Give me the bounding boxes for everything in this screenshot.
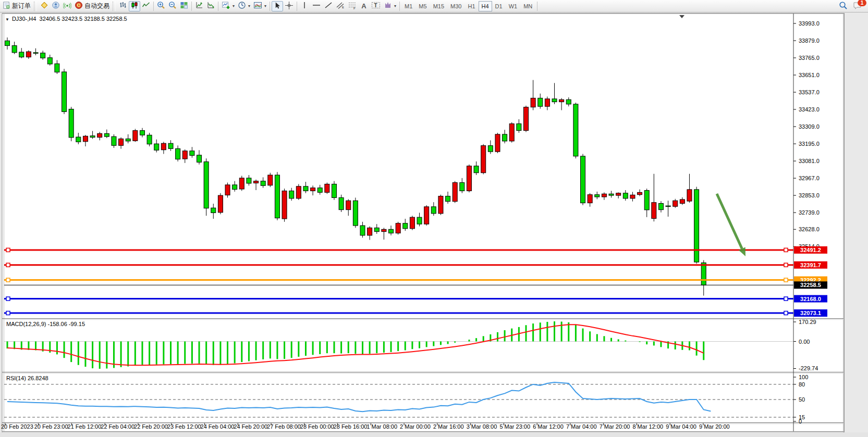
notification-badge: 1: [858, 0, 866, 6]
svg-text:170.29: 170.29: [799, 319, 816, 325]
svg-text:24 Feb 04:00: 24 Feb 04:00: [201, 423, 235, 430]
equidistant-channel-icon: E: [336, 1, 345, 11]
bar-chart-mode-button[interactable]: [117, 1, 129, 11]
fibonacci-icon: F: [348, 1, 357, 11]
timeframe-m1-button[interactable]: M1: [401, 1, 415, 11]
indicator-down-icon: [206, 1, 215, 11]
svg-text:9 Mar 20:00: 9 Mar 20:00: [699, 423, 730, 430]
new-order-icon: [3, 2, 10, 11]
timeframe-m30-button[interactable]: M30: [447, 1, 464, 11]
toolbar-separator: [537, 2, 537, 11]
market-watch-button[interactable]: [39, 1, 50, 11]
template-icon: [253, 1, 262, 11]
notifications-button[interactable]: 1: [851, 1, 864, 11]
timeframe-m5-button[interactable]: M5: [415, 1, 430, 11]
timeframe-m15-button[interactable]: M15: [430, 1, 447, 11]
svg-text:28 Feb 00:00: 28 Feb 00:00: [300, 423, 334, 430]
svg-text:7 Mar 04:00: 7 Mar 04:00: [566, 423, 597, 430]
chart-symbol-title[interactable]: ▼DJ30-,H4 32406.5 32423.5 32188.5 32258.…: [5, 16, 127, 22]
tile-windows-icon: [180, 1, 188, 11]
channel-tool-button[interactable]: E: [334, 1, 346, 11]
line-chart-icon: [142, 1, 150, 11]
window-bottom-strip: [0, 432, 868, 437]
svg-text:32073.1: 32073.1: [800, 310, 821, 316]
ohlc-values-label: 32406.5 32423.5 32188.5 32258.5: [40, 16, 127, 22]
toolbar-separator: [297, 2, 297, 11]
svg-text:22 Feb 04:00: 22 Feb 04:00: [101, 423, 135, 430]
hline-tool-button[interactable]: [310, 1, 323, 11]
search-button[interactable]: [837, 1, 849, 11]
timeframe-h4-button[interactable]: H4: [479, 1, 492, 11]
svg-text:33765.0: 33765.0: [799, 55, 820, 61]
dropdown-caret: ▾: [394, 4, 396, 8]
svg-text:33879.0: 33879.0: [799, 38, 820, 44]
chart-canvas[interactable]: 33993.033879.033765.033651.033537.033423…: [0, 0, 868, 437]
trendline-icon: [324, 1, 333, 11]
auto-trading-label: 自动交易: [84, 2, 109, 10]
add-indicator-button[interactable]: ▾: [220, 1, 236, 11]
svg-text:33309.0: 33309.0: [799, 123, 820, 130]
dropdown-caret: ▾: [264, 4, 266, 8]
line-chart-mode-button[interactable]: [140, 1, 152, 11]
cursor-tool-button[interactable]: [272, 1, 283, 11]
trendline-tool-button[interactable]: [323, 1, 334, 11]
timeframe-mn-button[interactable]: MN: [520, 1, 535, 11]
svg-text:22 Feb 20:00: 22 Feb 20:00: [134, 423, 168, 430]
main-toolbar: 新订单 自动交易 ▾ ▾ ▾ E F A T ▾ M1 M5 M15 M30 H…: [0, 0, 868, 13]
svg-text:20 Feb 23:00: 20 Feb 23:00: [34, 423, 68, 430]
accounts-button[interactable]: [50, 1, 62, 11]
label-tool-button[interactable]: T: [370, 1, 382, 11]
toolbar-separator: [399, 2, 400, 11]
svg-text:33195.0: 33195.0: [799, 141, 820, 147]
svg-text:32168.0: 32168.0: [800, 296, 821, 302]
shapes-icon: [384, 1, 392, 11]
toolbar-separator: [153, 2, 154, 11]
svg-text:32967.0: 32967.0: [799, 175, 820, 181]
macd-indicator-label: MACD(12,26,9) -158.06 -99.15: [6, 321, 85, 327]
indicator-window2-button[interactable]: [205, 1, 216, 11]
tile-windows-button[interactable]: [178, 1, 190, 11]
dropdown-caret: ▾: [233, 4, 235, 8]
zoom-in-icon: [157, 1, 165, 11]
rsi-indicator-label: RSI(14) 26.8248: [6, 375, 48, 381]
svg-text:7 Mar 20:00: 7 Mar 20:00: [600, 423, 630, 430]
toolbar-grip: [113, 2, 116, 11]
new-order-button[interactable]: 新订单: [1, 1, 32, 11]
svg-text:32391.7: 32391.7: [800, 262, 821, 268]
zoom-out-button[interactable]: [167, 1, 178, 11]
candlestick-mode-button[interactable]: [129, 1, 140, 11]
crosshair-icon: [285, 1, 294, 11]
cursor-icon: [274, 2, 282, 11]
indicator-window-button[interactable]: [193, 1, 205, 11]
horizontal-line-icon: [312, 1, 321, 11]
signals-button[interactable]: [62, 1, 73, 11]
auto-trading-button[interactable]: 自动交易: [73, 1, 111, 11]
signal-icon: [63, 1, 71, 11]
timeframe-w1-button[interactable]: W1: [506, 1, 521, 11]
timeframe-h1-button[interactable]: H1: [464, 1, 478, 11]
periods-button[interactable]: ▾: [236, 1, 252, 11]
zoom-in-button[interactable]: [155, 1, 167, 11]
svg-text:23 Feb 12:00: 23 Feb 12:00: [167, 423, 201, 430]
crosshair-tool-button[interactable]: [283, 1, 295, 11]
shapes-tool-button[interactable]: ▾: [382, 1, 398, 11]
svg-text:32258.5: 32258.5: [800, 282, 821, 288]
vline-tool-button[interactable]: [299, 1, 310, 11]
clock-icon: [238, 1, 246, 11]
fibonacci-tool-button[interactable]: F: [346, 1, 358, 11]
text-tool-button[interactable]: A: [358, 1, 370, 11]
dropdown-caret: ▾: [248, 4, 250, 8]
profile-icon: [52, 1, 60, 11]
symbol-period-label: DJ30-,H4: [12, 16, 36, 22]
toolbar-grip: [34, 2, 37, 11]
templates-button[interactable]: ▾: [252, 1, 268, 11]
svg-text:5 Mar 23:00: 5 Mar 23:00: [499, 423, 530, 430]
svg-text:0.00: 0.00: [799, 339, 810, 345]
svg-text:33423.0: 33423.0: [799, 106, 820, 113]
candlestick-icon: [130, 1, 139, 11]
svg-text:32739.0: 32739.0: [799, 209, 820, 216]
svg-text:32491.2: 32491.2: [800, 247, 821, 253]
svg-text:-229.74: -229.74: [799, 365, 818, 371]
zoom-out-icon: [168, 1, 177, 11]
timeframe-d1-button[interactable]: D1: [492, 1, 506, 11]
